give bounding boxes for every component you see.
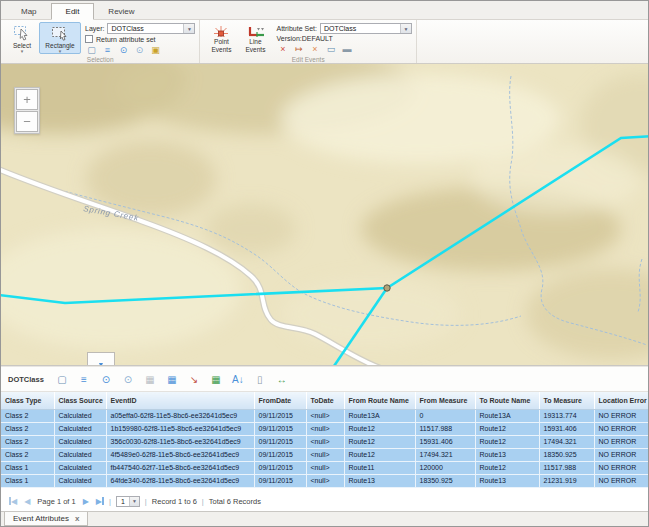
tab-event-attributes-label: Event Attributes [13, 514, 69, 523]
attribute-set-label: Attribute Set: [276, 25, 316, 32]
split-event-icon[interactable]: × [308, 43, 321, 55]
table-cell: Calculated [54, 474, 106, 487]
point-events-icon [211, 25, 231, 37]
offset-event-icon[interactable]: ↦ [292, 43, 305, 55]
version-label: Version:DEFAULT [276, 35, 332, 42]
return-attribute-set-checkbox[interactable] [85, 35, 93, 43]
tab-edit[interactable]: Edit [51, 3, 95, 20]
chevron-down-icon[interactable]: ▾ [21, 49, 24, 53]
tab-map[interactable]: Map [7, 4, 51, 19]
layer-combo[interactable]: DOTClass ▼ [107, 23, 195, 34]
bottom-tab-bar: Event Attributes x [1, 511, 648, 527]
sort-records-icon[interactable]: A↓ [230, 372, 246, 387]
column-header[interactable]: FromDate [254, 392, 306, 409]
save-icon[interactable]: ▦ [142, 372, 158, 387]
select-by-rectangle-icon[interactable]: ▢ [85, 44, 98, 56]
next-page-button[interactable]: ▶ [83, 497, 89, 507]
fit-columns-icon[interactable]: ↔ [274, 372, 290, 387]
select-button[interactable]: Select ▾ [5, 22, 39, 54]
table-cell: Route13 [475, 448, 539, 461]
point-events-label: Point Events [205, 38, 237, 53]
table-cell: Route12 [475, 461, 539, 474]
panel-collapse-button[interactable]: ▼ [87, 352, 115, 365]
line-events-button[interactable]: Line Events [238, 22, 272, 54]
table-row[interactable]: Class 2Calculated1b159980-62f8-11e5-8bc6… [1, 422, 649, 435]
previous-page-button[interactable]: ◀ [24, 497, 30, 507]
clear-selection-icon[interactable]: ▣ [149, 44, 162, 56]
table-cell: 0 [415, 409, 475, 422]
table-cell: 11517.988 [539, 461, 594, 474]
table-cell: 21231.919 [539, 474, 594, 487]
table-row[interactable]: Class 2Calculated356c0030-62f8-11e5-8bc6… [1, 435, 649, 448]
point-events-button[interactable]: Point Events [204, 22, 238, 54]
tab-event-attributes[interactable]: Event Attributes x [4, 512, 88, 527]
separator: | [145, 497, 147, 506]
separator: | [202, 497, 204, 506]
selection-group: Select ▾ Rectangle ▾ Layer: DOTClass ▼ [1, 20, 200, 63]
chevron-down-icon[interactable]: ▼ [183, 24, 194, 33]
page-number-combo[interactable]: 1 ▼ [116, 496, 140, 507]
close-icon[interactable]: x [75, 514, 79, 523]
zoom-to-selection-icon[interactable]: ⊙ [117, 44, 130, 56]
table-cell: 11517.988 [415, 422, 475, 435]
table-cell: 64fde340-62f8-11e5-8bc6-ee32641d5ec9 [106, 474, 254, 487]
first-page-button[interactable]: ◀ [9, 497, 17, 507]
last-page-button[interactable]: ▶ [96, 497, 104, 507]
table-cell: fb447540-62f7-11e5-8bc6-ee32641d5ec9 [106, 461, 254, 474]
chevron-down-icon[interactable]: ▾ [59, 49, 62, 53]
event-table: Class TypeClass SourceEventIDFromDateToD… [1, 392, 649, 488]
table-cell: 19313.774 [539, 409, 594, 422]
route-junction-marker[interactable] [384, 285, 390, 291]
chevron-down-icon[interactable]: ▼ [400, 24, 411, 33]
rectangle-button[interactable]: Rectangle ▾ [39, 22, 81, 54]
table-row[interactable]: Class 1Calculatedfb447540-62f7-11e5-8bc6… [1, 461, 649, 474]
table-row[interactable]: Class 1Calculated64fde340-62f8-11e5-8bc6… [1, 474, 649, 487]
table-row[interactable]: Class 2Calculated4f5489e0-62f8-11e5-8bc6… [1, 448, 649, 461]
table-row[interactable]: Class 2Calculateda05effa0-62f8-11e5-8bc6… [1, 409, 649, 422]
column-header[interactable]: From Route Name [344, 392, 415, 409]
pan-to-selection-icon[interactable]: ⊙ [133, 44, 146, 56]
map-canvas[interactable]: Spring Creek + − ▼ [1, 64, 648, 365]
table-cell: NO ERROR [594, 422, 649, 435]
column-header[interactable]: Location Error [594, 392, 649, 409]
selection-list-icon[interactable]: ≡ [101, 44, 114, 56]
ribbon: Select ▾ Rectangle ▾ Layer: DOTClass ▼ [1, 20, 648, 64]
table-cell: 09/11/2015 [254, 435, 306, 448]
select-icon [13, 25, 31, 41]
table-cell: Calculated [54, 435, 106, 448]
column-header[interactable]: To Measure [539, 392, 594, 409]
table-header-row: Class TypeClass SourceEventIDFromDateToD… [1, 392, 649, 409]
ribbon-tab-bar: Map Edit Review [1, 1, 648, 20]
tab-review[interactable]: Review [94, 4, 148, 19]
column-header[interactable]: To Route Name [475, 392, 539, 409]
append-records-icon[interactable]: ▦ [208, 372, 224, 387]
attribute-set-combo[interactable]: DOTClass ▼ [320, 23, 412, 34]
table-cell: Calculated [54, 448, 106, 461]
column-header[interactable]: From Measure [415, 392, 475, 409]
event-table-icon[interactable]: ▬ [340, 43, 353, 55]
zoom-in-button[interactable]: + [16, 89, 38, 110]
show-all-records-icon[interactable]: ≡ [76, 372, 92, 387]
event-window-icon[interactable]: ▭ [324, 43, 337, 55]
zoom-out-button[interactable]: − [16, 111, 38, 132]
table-cell: Calculated [54, 422, 106, 435]
column-header[interactable]: Class Source [54, 392, 106, 409]
chevron-down-icon[interactable]: ▼ [129, 497, 139, 506]
report-icon[interactable]: ▯ [252, 372, 268, 387]
select-records-icon[interactable]: ▢ [54, 372, 70, 387]
table-cell: Route13 [475, 474, 539, 487]
column-header[interactable]: Class Type [1, 392, 54, 409]
table-cell: 17494.321 [415, 448, 475, 461]
attribute-table-icon[interactable]: ▦ [164, 372, 180, 387]
application-window: Map Edit Review Select ▾ Rectangle ▾ [0, 0, 649, 527]
map-basemap: Spring Creek [1, 64, 648, 365]
record-range-text: Record 1 to 6 [152, 497, 197, 506]
table-cell: 09/11/2015 [254, 448, 306, 461]
zoom-to-selected-icon[interactable]: ⊙ [98, 372, 114, 387]
delete-event-icon[interactable]: × [276, 43, 289, 55]
table-cell: NO ERROR [594, 448, 649, 461]
export-records-icon[interactable]: ↘ [186, 372, 202, 387]
column-header[interactable]: EventID [106, 392, 254, 409]
column-header[interactable]: ToDate [306, 392, 344, 409]
pan-to-selected-icon[interactable]: ⊙ [120, 372, 136, 387]
